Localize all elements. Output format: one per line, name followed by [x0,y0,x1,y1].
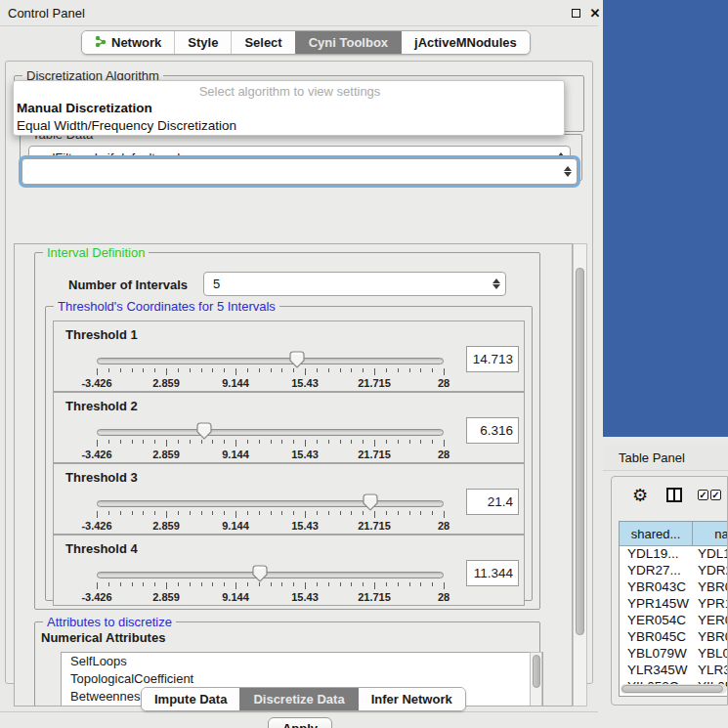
threshold-slider-thumb[interactable] [363,493,378,511]
tab-style[interactable]: Style [174,31,231,54]
tick-label: 21.715 [358,449,391,460]
threshold-slider-thumb[interactable] [289,351,305,368]
algorithm-combobox[interactable] [21,158,578,185]
column-header-shared-name[interactable]: shared... [620,522,693,546]
tick-mark [132,582,133,586]
threshold-slider-thumb[interactable] [196,422,212,440]
attributes-scrollbar[interactable] [530,652,542,707]
threshold-value-field[interactable]: 11.344 [466,560,519,586]
tick-mark [432,511,433,515]
algorithm-option-manual[interactable]: Manual Discretization [16,101,563,115]
table-row[interactable]: YBR045CYBR045C [620,629,728,646]
combo-arrows-icon [559,166,577,177]
table-horizontal-scrollbar[interactable] [621,684,727,694]
threshold-value-field[interactable]: 14.713 [466,346,519,372]
columns-icon[interactable] [666,488,682,502]
table-row[interactable]: YBL079WYBL079W [620,646,728,663]
tick-mark [305,440,306,447]
select-all-checkbox-icon[interactable]: ✓ [698,490,708,500]
tick-label: 15.43 [291,520,319,532]
tick-label: 28 [438,449,450,460]
tick-mark [97,440,98,447]
tab-cyni-toolbox[interactable]: Cyni Toolbox [295,31,401,54]
threshold-slider-track[interactable] [97,358,444,364]
interval-definition-group: Interval Definition Number of Intervals … [34,252,540,610]
column-header-name[interactable]: na [693,522,728,546]
apply-button[interactable]: Apply [268,717,332,728]
table-row[interactable]: YPR145WYPR145W [620,596,728,613]
tick-label: 9.144 [222,449,249,460]
float-icon [572,9,580,18]
tab-select[interactable]: Select [231,31,294,54]
float-window-button[interactable] [570,7,583,21]
cell-name: YPR145W [698,596,728,611]
tick-mark [143,440,144,444]
tick-mark [293,511,294,515]
tick-mark [143,511,144,515]
tick-mark [120,511,121,515]
tick-mark [328,582,329,586]
tick-label: 21.715 [358,377,391,389]
attribute-list-item[interactable]: SelfLoops [62,653,542,670]
tick-mark [247,582,248,586]
tick-mark [363,440,364,444]
tick-label: 28 [438,591,450,603]
tick-mark [190,440,191,444]
tab-label: Infer Network [371,692,452,707]
tab-discretize-data[interactable]: Discretize Data [239,688,357,710]
numerical-attributes-label: Numerical Attributes [41,630,165,645]
tick-mark [132,511,133,515]
tick-mark [212,511,213,515]
cell-name: YLR345W [698,663,728,677]
close-panel-button[interactable]: ✕ [588,7,602,21]
attributes-group-title: Attributes to discretize [43,615,176,629]
tick-mark [143,582,144,586]
tick-mark [259,440,260,444]
threshold-label: Threshold 1 [65,327,138,342]
tick-mark [420,511,421,515]
tick-label: 28 [438,377,450,389]
tick-mark [444,440,445,447]
threshold-value-field[interactable]: 21.4 [466,489,519,515]
tick-mark [108,368,109,372]
threshold-slider-track[interactable] [97,500,444,507]
tick-label: 2.859 [152,520,180,532]
tick-mark [293,368,294,372]
settings-scrollbar[interactable] [573,243,587,707]
threshold-slider-thumb[interactable] [252,565,268,582]
table-row[interactable]: YLR345WYLR345W [620,663,728,679]
table-row[interactable]: YDL19...YDL19... [620,546,728,563]
tick-mark [224,368,225,372]
threshold-slider-track[interactable] [97,572,444,578]
node-attribute-table[interactable]: shared... na YDL19...YDL19...YDR27...YDR… [619,521,728,697]
tick-mark [317,440,318,444]
tab-network[interactable]: Network [82,31,174,54]
tick-mark [328,368,329,372]
tick-mark [236,368,236,375]
tick-mark [363,511,364,515]
tick-label: -3.426 [81,591,111,603]
gear-icon[interactable]: ⚙ [632,485,648,506]
select-none-checkbox-icon[interactable]: ✓ [710,490,721,500]
tab-jactivemnodules[interactable]: jActiveMNodules [401,31,530,54]
tick-mark [281,582,282,586]
tab-impute-data[interactable]: Impute Data [142,688,239,710]
tick-label: 15.43 [291,449,319,460]
tick-mark [190,582,191,586]
tick-mark [97,511,98,518]
attribute-list-item[interactable]: TopologicalCoefficient [62,670,542,688]
tick-mark [444,511,445,518]
table-row[interactable]: YBR043CYBR043C [620,579,728,596]
tick-mark [132,368,133,372]
threshold-slider-track[interactable] [97,429,444,436]
number-of-intervals-combobox[interactable]: 5 [203,272,506,296]
tick-mark [420,440,421,444]
threshold-panel-2: Threshold 2-3.4262.8599.14415.4321.71528… [53,392,525,463]
tick-mark [271,440,272,444]
table-row[interactable]: YDR27...YDR27... [620,563,728,579]
table-row[interactable]: YER054CYER054C [620,613,728,629]
tick-mark [166,440,167,447]
tab-infer-network[interactable]: Infer Network [358,688,465,710]
threshold-value-field[interactable]: 6.316 [466,417,519,444]
algorithm-option-equal-width[interactable]: Equal Width/Frequency Discretization [16,118,563,133]
